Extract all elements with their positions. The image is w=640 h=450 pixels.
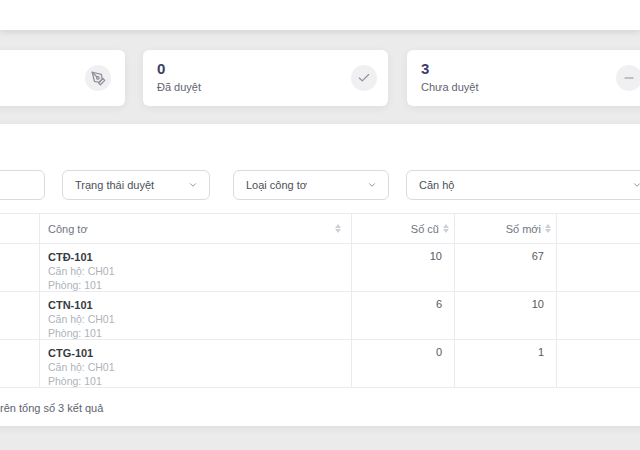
stat-card-edit <box>0 50 125 106</box>
search-input[interactable] <box>0 170 45 200</box>
status-filter-label: Trạng thái duyệt <box>75 179 154 191</box>
meter-type-filter-label: Loại công tơ <box>246 179 307 191</box>
row-actions-cell <box>0 340 40 387</box>
stat-card-pending: 3 Chưa duyệt <box>407 50 640 106</box>
sort-icon[interactable] <box>443 224 449 234</box>
sort-icon[interactable] <box>545 224 551 234</box>
minus-icon-circle <box>616 65 640 91</box>
meter-name: CTN-101 <box>48 298 351 312</box>
old-reading-cell: 6 <box>352 292 455 339</box>
table-row: CTĐ-101 Căn hộ: CH01 Phòng: 101 10 67 <box>0 244 640 292</box>
pen-nib-icon-circle <box>85 65 111 91</box>
top-header-band <box>0 0 640 30</box>
table-row: CTN-101 Căn hộ: CH01 Phòng: 101 6 10 <box>0 292 640 340</box>
meter-cell: CTG-101 Căn hộ: CH01 Phòng: 101 <box>40 340 352 387</box>
meter-apartment: Căn hộ: CH01 <box>48 360 351 374</box>
old-reading-cell: 10 <box>352 244 455 291</box>
table-header-row: ác Công tơ Số cũ Số mới <box>0 214 640 244</box>
extra-cell <box>557 244 640 291</box>
meter-name: CTG-101 <box>48 346 351 360</box>
apartment-filter-select[interactable]: Căn hộ <box>406 170 640 200</box>
meter-type-filter-select[interactable]: Loại công tơ <box>233 170 389 200</box>
row-actions-cell <box>0 244 40 291</box>
meter-room: Phòng: 101 <box>48 326 351 340</box>
meter-apartment: Căn hộ: CH01 <box>48 312 351 326</box>
chevron-down-icon <box>367 180 377 190</box>
check-icon <box>357 71 371 85</box>
pending-label: Chưa duyệt <box>421 81 640 93</box>
old-reading-cell: 0 <box>352 340 455 387</box>
meter-apartment: Căn hộ: CH01 <box>48 264 351 278</box>
table-row: CTG-101 Căn hộ: CH01 Phòng: 101 0 1 <box>0 340 640 388</box>
meter-name: CTĐ-101 <box>48 250 351 264</box>
filter-bar: Trạng thái duyệt Loại công tơ Căn hộ <box>0 170 640 200</box>
meter-room: Phòng: 101 <box>48 278 351 292</box>
stat-card-approved: 0 Đã duyệt <box>143 50 388 106</box>
meter-cell: CTĐ-101 Căn hộ: CH01 Phòng: 101 <box>40 244 352 291</box>
extra-cell <box>557 292 640 339</box>
meter-column-header[interactable]: Công tơ <box>40 214 352 243</box>
new-reading-cell: 67 <box>455 244 557 291</box>
row-actions-cell <box>0 292 40 339</box>
actions-column-header: ác <box>0 214 40 243</box>
chevron-down-icon <box>188 180 198 190</box>
pen-nib-icon <box>91 71 106 86</box>
status-filter-select[interactable]: Trạng thái duyệt <box>62 170 210 200</box>
meter-room: Phòng: 101 <box>48 374 351 388</box>
old-reading-column-header[interactable]: Số cũ <box>352 214 455 243</box>
minus-icon <box>622 71 636 85</box>
check-icon-circle <box>351 65 377 91</box>
approved-label: Đã duyệt <box>157 81 374 93</box>
extra-column-header <box>557 214 640 243</box>
pending-count: 3 <box>421 60 640 78</box>
chevron-down-icon <box>632 180 640 190</box>
approved-count: 0 <box>157 60 374 78</box>
apartment-filter-label: Căn hộ <box>419 179 454 191</box>
meter-cell: CTN-101 Căn hộ: CH01 Phòng: 101 <box>40 292 352 339</box>
new-reading-column-header[interactable]: Số mới <box>455 214 557 243</box>
result-summary: rên tổng số 3 kết quả <box>0 402 103 414</box>
meters-table: ác Công tơ Số cũ Số mới <box>0 213 640 388</box>
new-reading-cell: 10 <box>455 292 557 339</box>
sort-icon[interactable] <box>335 224 341 234</box>
extra-cell <box>557 340 640 387</box>
main-content-card: Trạng thái duyệt Loại công tơ Căn hộ ác … <box>0 124 640 426</box>
new-reading-cell: 1 <box>455 340 557 387</box>
